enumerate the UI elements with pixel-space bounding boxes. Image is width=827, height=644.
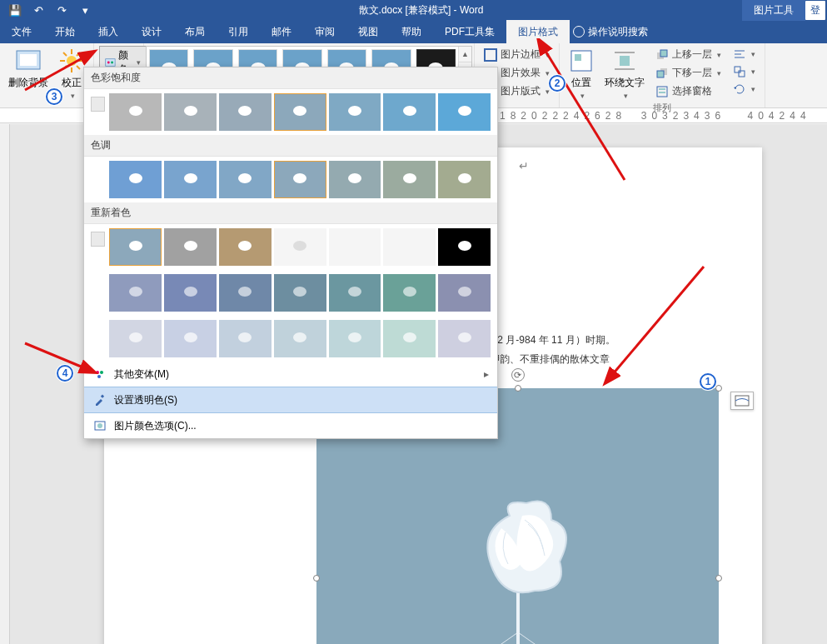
picture-color-options-item[interactable]: 图片颜色选项(C)... [84, 413, 497, 438]
tab-file[interactable]: 文件 [0, 20, 43, 43]
title-bar: 💾 ↶ ↷ ▾ 散文.docx [兼容模式] - Word 图片工具 登 [0, 0, 827, 20]
recolor-option[interactable] [219, 320, 272, 357]
svg-rect-50 [735, 396, 749, 406]
annotation-2: 2 [549, 75, 565, 92]
saturation-option-selected[interactable] [274, 93, 326, 131]
chevron-down-icon: ▾ [71, 92, 75, 100]
tab-insert[interactable]: 插入 [87, 20, 130, 43]
position-button[interactable]: 位置▾ [565, 46, 598, 102]
login-button[interactable]: 登 [805, 1, 825, 20]
resize-handle[interactable] [715, 385, 722, 392]
svg-rect-29 [620, 56, 630, 66]
tab-view[interactable]: 视图 [346, 20, 390, 43]
tab-mailings[interactable]: 邮件 [260, 20, 303, 43]
recolor-option[interactable] [164, 320, 217, 357]
recolor-option[interactable] [164, 228, 217, 266]
tab-home[interactable]: 开始 [43, 20, 87, 43]
recolor-option[interactable] [438, 320, 491, 357]
redo-button[interactable]: ↷ [52, 1, 72, 19]
tab-review[interactable]: 审阅 [303, 20, 346, 43]
saturation-header: 色彩饱和度 [84, 67, 497, 89]
recolor-option[interactable] [383, 320, 436, 357]
tab-references[interactable]: 引用 [217, 20, 260, 43]
tone-option-selected[interactable] [274, 161, 326, 198]
tab-help[interactable]: 帮助 [390, 20, 433, 43]
recolor-option[interactable] [383, 274, 436, 312]
bring-forward-button[interactable]: 上移一层▾ [651, 46, 725, 63]
svg-rect-43 [739, 71, 745, 77]
resize-handle[interactable] [313, 575, 320, 582]
svg-point-60 [238, 173, 252, 183]
align-button[interactable]: ▾ [729, 46, 760, 62]
tone-row [84, 157, 497, 202]
wrap-text-button[interactable]: 环绕文字▾ [601, 46, 648, 102]
svg-point-65 [129, 241, 142, 251]
svg-point-67 [238, 241, 252, 251]
picture-border-button[interactable]: 图片边框▾ [480, 46, 554, 63]
tone-option[interactable] [438, 161, 491, 198]
tone-option[interactable] [329, 161, 381, 198]
chevron-down-icon: ▾ [137, 58, 141, 67]
send-backward-button[interactable]: 下移一层▾ [651, 64, 725, 82]
selection-pane-button[interactable]: 选择窗格 [651, 82, 725, 100]
chevron-right-icon: ▸ [484, 368, 489, 380]
saturation-option[interactable] [383, 93, 436, 131]
undo-button[interactable]: ↶ [28, 1, 48, 19]
svg-point-57 [458, 106, 471, 116]
tab-design[interactable]: 设计 [130, 20, 173, 43]
tone-option[interactable] [109, 161, 162, 198]
recolor-option[interactable] [329, 228, 381, 266]
remove-background-button[interactable]: 删除背景 [5, 46, 52, 92]
recolor-option[interactable] [109, 274, 162, 312]
group-button[interactable]: ▾ [729, 63, 760, 80]
saturation-option[interactable] [109, 93, 162, 131]
contextual-tab-label: 图片工具 [742, 0, 805, 21]
svg-point-12 [107, 62, 110, 64]
resize-handle[interactable] [715, 575, 722, 582]
tab-picture-format[interactable]: 图片格式 [506, 20, 570, 43]
recolor-option[interactable] [274, 228, 326, 266]
tab-layout[interactable]: 布局 [173, 20, 217, 43]
saturation-row [84, 89, 497, 135]
corrections-label: 校正 [62, 76, 82, 90]
annotation-4: 4 [57, 365, 73, 382]
tone-option[interactable] [383, 161, 436, 198]
recolor-option[interactable] [438, 274, 491, 312]
qat-customize[interactable]: ▾ [75, 1, 95, 19]
recolor-option[interactable] [329, 274, 381, 312]
recolor-option[interactable] [274, 320, 326, 357]
recolor-option[interactable] [219, 228, 272, 266]
row-icon [91, 97, 105, 112]
recolor-option[interactable] [109, 320, 162, 357]
tab-pdf-tools[interactable]: PDF工具集 [433, 20, 506, 43]
save-button[interactable]: 💾 [5, 1, 25, 19]
saturation-option[interactable] [438, 93, 491, 131]
recolor-option[interactable] [274, 274, 326, 312]
tone-option[interactable] [219, 161, 272, 198]
recolor-option[interactable] [109, 228, 162, 266]
rotate-handle[interactable]: ⟳ [511, 368, 525, 382]
tell-me-search[interactable]: 操作说明搜索 [573, 25, 648, 39]
saturation-option[interactable] [164, 93, 217, 131]
paragraph-mark: ↵ [519, 159, 529, 172]
saturation-option[interactable] [329, 93, 381, 131]
recolor-option[interactable] [164, 274, 217, 312]
tone-option[interactable] [164, 161, 217, 198]
svg-rect-38 [659, 92, 665, 93]
svg-point-62 [348, 173, 361, 183]
sun-icon [58, 47, 85, 74]
svg-point-51 [129, 106, 142, 116]
resize-handle[interactable] [515, 385, 521, 392]
wrap-icon [611, 47, 638, 74]
recolor-option[interactable] [383, 228, 436, 266]
recolor-option[interactable] [329, 320, 381, 357]
recolor-option[interactable] [438, 228, 491, 266]
gallery-up[interactable]: ▲ [459, 47, 471, 62]
layout-options-button[interactable] [730, 392, 754, 410]
more-variants-item[interactable]: 其他变体(M) ▸ [84, 362, 497, 387]
rotate-button[interactable]: ▾ [729, 81, 760, 97]
svg-line-10 [77, 52, 80, 56]
set-transparent-color-item[interactable]: 设置透明色(S) [84, 387, 497, 413]
recolor-option[interactable] [219, 274, 272, 312]
saturation-option[interactable] [219, 93, 272, 131]
